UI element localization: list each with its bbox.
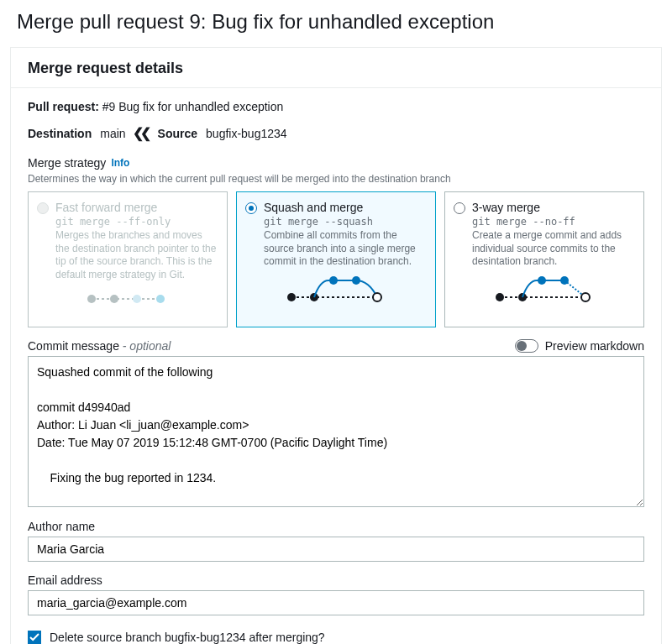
source-branch: bugfix-bug1234 (206, 127, 287, 140)
pr-id: #9 (102, 100, 116, 113)
strategy-description: Merges the branches and moves the destin… (55, 229, 217, 281)
arrow-left-icon: ❮❮ (133, 125, 148, 141)
pr-label: Pull request: (28, 100, 99, 113)
svg-point-1 (87, 295, 96, 303)
strategy-diagram-icon (245, 274, 425, 307)
commit-message-input[interactable] (28, 356, 644, 507)
svg-point-17 (581, 293, 590, 301)
pull-request-line: Pull request: #9 Bug fix for unhandled e… (28, 100, 644, 113)
strategy-command: git merge --no-ff (472, 216, 633, 228)
info-link[interactable]: Info (111, 157, 129, 169)
panel-title: Merge request details (28, 60, 644, 77)
svg-point-2 (110, 295, 118, 303)
strategy-title: 3-way merge (472, 201, 540, 214)
author-name-input[interactable] (28, 537, 644, 562)
email-label: Email address (28, 573, 644, 587)
radio-icon (454, 202, 465, 214)
svg-point-12 (496, 293, 504, 301)
commit-message-label: Commit message - optional (28, 339, 171, 353)
destination-label: Destination (28, 127, 92, 140)
svg-point-4 (156, 295, 165, 303)
optional-tag: - optional (123, 339, 171, 353)
delete-branch-checkbox[interactable] (28, 631, 41, 644)
strategy-diagram-icon (454, 274, 633, 307)
delete-branch-row[interactable]: Delete source branch bugfix-bug1234 afte… (28, 631, 644, 644)
author-name-label: Author name (28, 520, 644, 533)
email-input[interactable] (28, 590, 644, 615)
page-title: Merge pull request 9: Bug fix for unhand… (0, 0, 672, 42)
preview-markdown-label: Preview markdown (545, 339, 644, 353)
strategy-diagram-icon (37, 286, 217, 320)
svg-point-6 (287, 293, 296, 301)
svg-point-15 (538, 276, 546, 285)
merge-details-panel: Merge request details Pull request: #9 B… (10, 47, 662, 644)
strategy-title: Squash and merge (264, 201, 363, 214)
source-label: Source (158, 127, 197, 140)
strategy-description: Combine all commits from the source bran… (264, 229, 425, 269)
toggle-icon[interactable] (515, 339, 538, 353)
delete-branch-label: Delete source branch bugfix-bug1234 afte… (50, 631, 325, 644)
strategy-command: git merge --squash (264, 216, 425, 228)
strategy-command: git merge --ff-only (55, 216, 217, 228)
svg-point-8 (329, 276, 338, 285)
strategy-fast-forward: Fast forward merge git merge --ff-only M… (28, 191, 228, 327)
svg-point-3 (133, 295, 141, 303)
dest-src-line: Destination main ❮❮ Source bugfix-bug123… (28, 125, 644, 141)
merge-strategy-help: Determines the way in which the current … (28, 173, 644, 185)
pr-title: Bug fix for unhandled exception (118, 100, 283, 113)
merge-strategy-label: Merge strategy Info (28, 156, 644, 170)
strategy-three-way[interactable]: 3-way merge git merge --no-ff Create a m… (444, 191, 644, 327)
strategy-title: Fast forward merge (55, 201, 157, 214)
svg-point-16 (560, 276, 569, 285)
merge-strategy-options: Fast forward merge git merge --ff-only M… (28, 191, 644, 327)
preview-markdown-toggle[interactable]: Preview markdown (515, 339, 644, 353)
svg-point-10 (373, 293, 381, 301)
strategy-squash[interactable]: Squash and merge git merge --squash Comb… (236, 191, 436, 327)
strategy-description: Create a merge commit and adds individua… (472, 229, 633, 269)
destination-branch: main (100, 127, 125, 140)
check-icon (29, 632, 39, 642)
panel-header: Merge request details (11, 48, 661, 88)
radio-icon (37, 202, 49, 214)
radio-icon (245, 202, 257, 214)
svg-point-9 (352, 276, 360, 285)
